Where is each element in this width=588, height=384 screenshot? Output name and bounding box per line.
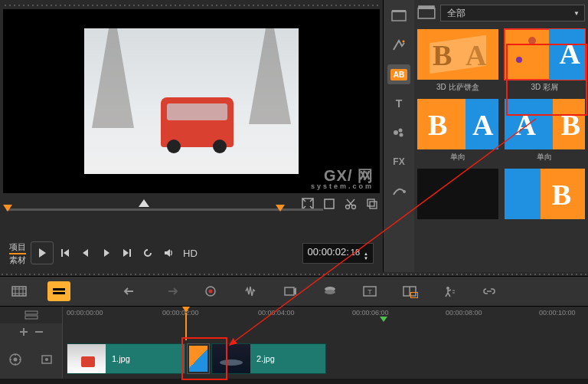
go-end-button[interactable]: [118, 244, 136, 262]
effects-category-icon[interactable]: [387, 35, 410, 55]
redo-icon[interactable]: [159, 281, 182, 301]
scrub-bar[interactable]: [6, 198, 377, 221]
source-tabs[interactable]: 项目 素材: [9, 241, 26, 265]
svg-rect-18: [53, 292, 65, 294]
volume-button[interactable]: [159, 244, 178, 262]
svg-rect-21: [285, 287, 294, 295]
svg-point-8: [403, 41, 405, 43]
svg-point-10: [394, 130, 398, 135]
svg-point-13: [403, 190, 406, 193]
timeline-ruler[interactable]: 00:00:00:00 00:00:02:00 00:00:04:00 00:0…: [0, 307, 588, 323]
panel-grip[interactable]: [3, 3, 380, 8]
media-category-icon[interactable]: [387, 6, 410, 26]
transition-item[interactable]: AB 单向: [505, 99, 586, 162]
go-start-button[interactable]: [56, 244, 74, 262]
video-track-header[interactable]: [0, 340, 63, 379]
svg-rect-6: [392, 11, 406, 21]
svg-point-33: [45, 358, 48, 361]
timeline-toolbar: T: [0, 276, 588, 307]
svg-rect-7: [392, 10, 406, 12]
preview-panel: GX/ 网 system.com 项目 素材: [0, 0, 383, 272]
transition-item[interactable]: A 3D 彩屑: [505, 29, 586, 93]
timecode-display[interactable]: 00:00:02:18 ▲▼: [302, 243, 374, 264]
lock-icon[interactable]: [40, 353, 54, 366]
split-icon[interactable]: [398, 281, 421, 301]
transitions-grid: BA 3D 比萨饼盒 A 3D 彩屑 BA 单向 AB 单向: [417, 29, 585, 222]
scrub-playhead[interactable]: [139, 199, 149, 207]
path-category-icon[interactable]: [387, 181, 410, 201]
graphics-category-icon[interactable]: [387, 123, 410, 143]
loop-button[interactable]: [139, 244, 157, 262]
transitions-category-icon[interactable]: AB: [387, 64, 410, 84]
transition-item[interactable]: [417, 169, 498, 222]
svg-rect-29: [25, 316, 38, 319]
storyboard-view-icon[interactable]: [8, 281, 31, 301]
track-toggle-icon[interactable]: [24, 310, 38, 320]
library-filter-dropdown[interactable]: 全部: [440, 5, 585, 21]
remove-track-icon[interactable]: [34, 327, 44, 337]
titles-category-icon[interactable]: T: [387, 94, 410, 113]
timeline-playhead[interactable]: [182, 307, 190, 313]
transition-clip[interactable]: [187, 343, 210, 374]
hd-label: HD: [183, 248, 198, 259]
svg-point-31: [14, 358, 18, 362]
clip[interactable]: 1.jpg: [67, 343, 185, 374]
svg-rect-28: [25, 311, 38, 314]
clip[interactable]: 2.jpg: [211, 343, 326, 374]
svg-point-11: [399, 129, 403, 133]
link-icon[interactable]: [478, 281, 501, 301]
title-track-icon[interactable]: T: [358, 281, 381, 301]
audio-mixer-icon[interactable]: [239, 281, 262, 301]
undo-icon[interactable]: [119, 281, 142, 301]
prev-frame-button[interactable]: [77, 244, 95, 262]
marker-icon[interactable]: [279, 281, 302, 301]
play-button[interactable]: [31, 241, 54, 264]
transition-item[interactable]: BA 单向: [417, 99, 498, 162]
project-tab[interactable]: 项目: [9, 241, 26, 254]
timeline-view-icon[interactable]: [47, 281, 70, 301]
fx-category-icon[interactable]: FX: [387, 152, 410, 172]
record-icon[interactable]: [199, 281, 222, 301]
svg-text:T: T: [368, 288, 372, 296]
transition-item[interactable]: B: [505, 169, 586, 222]
next-frame-button[interactable]: [97, 244, 116, 262]
svg-point-20: [209, 290, 213, 294]
svg-point-12: [400, 133, 403, 137]
svg-text:T: T: [396, 97, 403, 110]
library-category-toolbar: AB T FX: [384, 0, 414, 272]
motion-icon[interactable]: [438, 281, 461, 301]
watermark: GX/ 网 system.com: [311, 168, 374, 190]
preview-image: [84, 28, 299, 174]
layers-icon[interactable]: [318, 281, 341, 301]
add-track-icon[interactable]: [18, 327, 29, 337]
library-panel: AB T FX 全部 BA 3D 比萨饼盒 A 3D 彩屑: [383, 0, 588, 272]
transition-item[interactable]: BA 3D 比萨饼盒: [417, 29, 498, 93]
visibility-icon[interactable]: [8, 353, 22, 366]
svg-rect-14: [418, 8, 435, 18]
preview-viewport[interactable]: GX/ 网 system.com: [3, 9, 380, 193]
timeline-section: T 00:00:00:00 00:00:02:00 00:00:04:00 00…: [0, 272, 588, 379]
gallery-icon[interactable]: [417, 5, 436, 21]
material-tab[interactable]: 素材: [9, 254, 26, 265]
video-track[interactable]: 1.jpg 2.jpg: [63, 340, 588, 379]
svg-point-23: [325, 290, 335, 294]
svg-point-27: [446, 287, 449, 290]
svg-rect-17: [53, 288, 65, 290]
svg-rect-15: [418, 5, 435, 9]
